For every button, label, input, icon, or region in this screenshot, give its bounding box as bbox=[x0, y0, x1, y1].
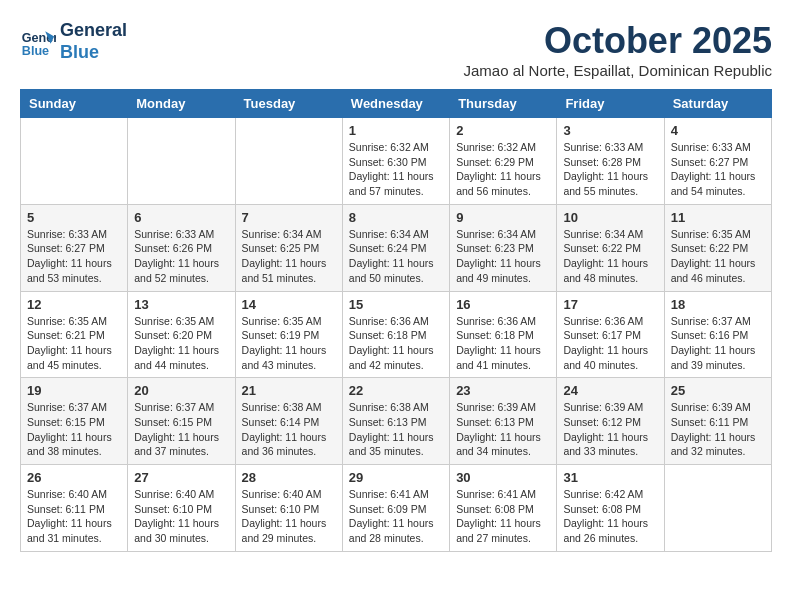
day-number: 4 bbox=[671, 123, 765, 138]
day-info: Sunrise: 6:33 AMSunset: 6:28 PMDaylight:… bbox=[563, 140, 657, 199]
logo-icon: General Blue bbox=[20, 24, 56, 60]
logo-text-line2: Blue bbox=[60, 42, 127, 64]
day-info: Sunrise: 6:33 AMSunset: 6:27 PMDaylight:… bbox=[27, 227, 121, 286]
day-info: Sunrise: 6:32 AMSunset: 6:29 PMDaylight:… bbox=[456, 140, 550, 199]
day-number: 2 bbox=[456, 123, 550, 138]
calendar-day-cell: 9Sunrise: 6:34 AMSunset: 6:23 PMDaylight… bbox=[450, 204, 557, 291]
day-info: Sunrise: 6:39 AMSunset: 6:13 PMDaylight:… bbox=[456, 400, 550, 459]
day-info: Sunrise: 6:41 AMSunset: 6:09 PMDaylight:… bbox=[349, 487, 443, 546]
day-info: Sunrise: 6:34 AMSunset: 6:24 PMDaylight:… bbox=[349, 227, 443, 286]
day-info: Sunrise: 6:34 AMSunset: 6:22 PMDaylight:… bbox=[563, 227, 657, 286]
calendar-day-cell: 20Sunrise: 6:37 AMSunset: 6:15 PMDayligh… bbox=[128, 378, 235, 465]
day-info: Sunrise: 6:35 AMSunset: 6:19 PMDaylight:… bbox=[242, 314, 336, 373]
day-of-week-header: Wednesday bbox=[342, 90, 449, 118]
calendar-day-cell: 10Sunrise: 6:34 AMSunset: 6:22 PMDayligh… bbox=[557, 204, 664, 291]
day-number: 11 bbox=[671, 210, 765, 225]
day-info: Sunrise: 6:42 AMSunset: 6:08 PMDaylight:… bbox=[563, 487, 657, 546]
calendar-day-cell bbox=[235, 118, 342, 205]
day-number: 16 bbox=[456, 297, 550, 312]
day-number: 3 bbox=[563, 123, 657, 138]
day-number: 12 bbox=[27, 297, 121, 312]
day-number: 20 bbox=[134, 383, 228, 398]
calendar-week-row: 26Sunrise: 6:40 AMSunset: 6:11 PMDayligh… bbox=[21, 465, 772, 552]
day-info: Sunrise: 6:35 AMSunset: 6:22 PMDaylight:… bbox=[671, 227, 765, 286]
calendar-day-cell: 24Sunrise: 6:39 AMSunset: 6:12 PMDayligh… bbox=[557, 378, 664, 465]
day-number: 21 bbox=[242, 383, 336, 398]
day-number: 26 bbox=[27, 470, 121, 485]
day-of-week-header: Saturday bbox=[664, 90, 771, 118]
day-info: Sunrise: 6:32 AMSunset: 6:30 PMDaylight:… bbox=[349, 140, 443, 199]
calendar-week-row: 12Sunrise: 6:35 AMSunset: 6:21 PMDayligh… bbox=[21, 291, 772, 378]
calendar-day-cell: 2Sunrise: 6:32 AMSunset: 6:29 PMDaylight… bbox=[450, 118, 557, 205]
calendar-week-row: 5Sunrise: 6:33 AMSunset: 6:27 PMDaylight… bbox=[21, 204, 772, 291]
calendar-day-cell: 26Sunrise: 6:40 AMSunset: 6:11 PMDayligh… bbox=[21, 465, 128, 552]
day-number: 25 bbox=[671, 383, 765, 398]
calendar-day-cell: 19Sunrise: 6:37 AMSunset: 6:15 PMDayligh… bbox=[21, 378, 128, 465]
day-number: 28 bbox=[242, 470, 336, 485]
day-number: 15 bbox=[349, 297, 443, 312]
calendar-day-cell: 15Sunrise: 6:36 AMSunset: 6:18 PMDayligh… bbox=[342, 291, 449, 378]
calendar-day-cell: 17Sunrise: 6:36 AMSunset: 6:17 PMDayligh… bbox=[557, 291, 664, 378]
day-number: 22 bbox=[349, 383, 443, 398]
calendar-day-cell: 8Sunrise: 6:34 AMSunset: 6:24 PMDaylight… bbox=[342, 204, 449, 291]
calendar-day-cell: 29Sunrise: 6:41 AMSunset: 6:09 PMDayligh… bbox=[342, 465, 449, 552]
day-of-week-header: Sunday bbox=[21, 90, 128, 118]
day-number: 10 bbox=[563, 210, 657, 225]
day-of-week-header: Thursday bbox=[450, 90, 557, 118]
day-number: 7 bbox=[242, 210, 336, 225]
calendar-day-cell: 7Sunrise: 6:34 AMSunset: 6:25 PMDaylight… bbox=[235, 204, 342, 291]
day-info: Sunrise: 6:39 AMSunset: 6:12 PMDaylight:… bbox=[563, 400, 657, 459]
day-number: 18 bbox=[671, 297, 765, 312]
day-number: 9 bbox=[456, 210, 550, 225]
calendar-day-cell bbox=[664, 465, 771, 552]
day-info: Sunrise: 6:34 AMSunset: 6:25 PMDaylight:… bbox=[242, 227, 336, 286]
day-number: 24 bbox=[563, 383, 657, 398]
calendar-day-cell: 21Sunrise: 6:38 AMSunset: 6:14 PMDayligh… bbox=[235, 378, 342, 465]
calendar-day-cell: 18Sunrise: 6:37 AMSunset: 6:16 PMDayligh… bbox=[664, 291, 771, 378]
calendar-day-cell: 25Sunrise: 6:39 AMSunset: 6:11 PMDayligh… bbox=[664, 378, 771, 465]
day-info: Sunrise: 6:33 AMSunset: 6:27 PMDaylight:… bbox=[671, 140, 765, 199]
day-info: Sunrise: 6:37 AMSunset: 6:16 PMDaylight:… bbox=[671, 314, 765, 373]
calendar-day-cell: 22Sunrise: 6:38 AMSunset: 6:13 PMDayligh… bbox=[342, 378, 449, 465]
calendar-week-row: 19Sunrise: 6:37 AMSunset: 6:15 PMDayligh… bbox=[21, 378, 772, 465]
month-title: October 2025 bbox=[464, 20, 772, 62]
day-info: Sunrise: 6:36 AMSunset: 6:17 PMDaylight:… bbox=[563, 314, 657, 373]
calendar-day-cell: 4Sunrise: 6:33 AMSunset: 6:27 PMDaylight… bbox=[664, 118, 771, 205]
calendar-day-cell: 3Sunrise: 6:33 AMSunset: 6:28 PMDaylight… bbox=[557, 118, 664, 205]
day-number: 29 bbox=[349, 470, 443, 485]
calendar-day-cell: 16Sunrise: 6:36 AMSunset: 6:18 PMDayligh… bbox=[450, 291, 557, 378]
day-number: 5 bbox=[27, 210, 121, 225]
day-info: Sunrise: 6:36 AMSunset: 6:18 PMDaylight:… bbox=[456, 314, 550, 373]
page-header: General Blue General Blue October 2025 J… bbox=[20, 20, 772, 79]
day-number: 17 bbox=[563, 297, 657, 312]
day-info: Sunrise: 6:40 AMSunset: 6:10 PMDaylight:… bbox=[134, 487, 228, 546]
calendar-day-cell: 12Sunrise: 6:35 AMSunset: 6:21 PMDayligh… bbox=[21, 291, 128, 378]
day-info: Sunrise: 6:34 AMSunset: 6:23 PMDaylight:… bbox=[456, 227, 550, 286]
calendar-day-cell bbox=[128, 118, 235, 205]
day-of-week-header: Tuesday bbox=[235, 90, 342, 118]
day-number: 30 bbox=[456, 470, 550, 485]
day-of-week-header: Monday bbox=[128, 90, 235, 118]
calendar-day-cell: 27Sunrise: 6:40 AMSunset: 6:10 PMDayligh… bbox=[128, 465, 235, 552]
day-info: Sunrise: 6:37 AMSunset: 6:15 PMDaylight:… bbox=[27, 400, 121, 459]
calendar-table: SundayMondayTuesdayWednesdayThursdayFrid… bbox=[20, 89, 772, 552]
calendar-day-cell: 31Sunrise: 6:42 AMSunset: 6:08 PMDayligh… bbox=[557, 465, 664, 552]
day-info: Sunrise: 6:35 AMSunset: 6:20 PMDaylight:… bbox=[134, 314, 228, 373]
day-info: Sunrise: 6:40 AMSunset: 6:10 PMDaylight:… bbox=[242, 487, 336, 546]
calendar-day-cell: 6Sunrise: 6:33 AMSunset: 6:26 PMDaylight… bbox=[128, 204, 235, 291]
calendar-day-cell: 28Sunrise: 6:40 AMSunset: 6:10 PMDayligh… bbox=[235, 465, 342, 552]
day-info: Sunrise: 6:38 AMSunset: 6:13 PMDaylight:… bbox=[349, 400, 443, 459]
day-number: 13 bbox=[134, 297, 228, 312]
title-section: October 2025 Jamao al Norte, Espaillat, … bbox=[464, 20, 772, 79]
calendar-header-row: SundayMondayTuesdayWednesdayThursdayFrid… bbox=[21, 90, 772, 118]
calendar-day-cell: 13Sunrise: 6:35 AMSunset: 6:20 PMDayligh… bbox=[128, 291, 235, 378]
calendar-day-cell: 14Sunrise: 6:35 AMSunset: 6:19 PMDayligh… bbox=[235, 291, 342, 378]
day-number: 19 bbox=[27, 383, 121, 398]
day-info: Sunrise: 6:35 AMSunset: 6:21 PMDaylight:… bbox=[27, 314, 121, 373]
day-info: Sunrise: 6:40 AMSunset: 6:11 PMDaylight:… bbox=[27, 487, 121, 546]
location-title: Jamao al Norte, Espaillat, Dominican Rep… bbox=[464, 62, 772, 79]
day-info: Sunrise: 6:33 AMSunset: 6:26 PMDaylight:… bbox=[134, 227, 228, 286]
day-number: 27 bbox=[134, 470, 228, 485]
calendar-day-cell bbox=[21, 118, 128, 205]
day-number: 14 bbox=[242, 297, 336, 312]
